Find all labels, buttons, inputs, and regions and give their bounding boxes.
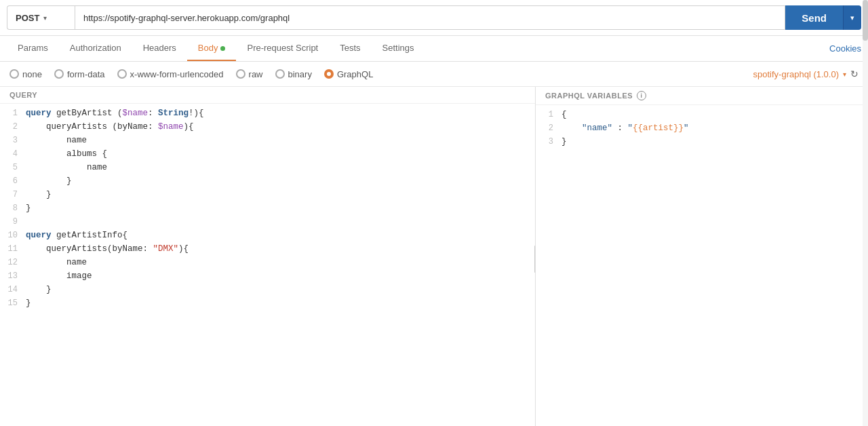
option-form-data[interactable]: form-data — [54, 69, 105, 79]
code-line-content: } — [26, 296, 531, 310]
tabs-bar: Params Authorization Headers Body Pre-re… — [0, 36, 868, 62]
table-row: 15} — [0, 296, 535, 310]
send-button-group: Send ▾ — [785, 5, 861, 30]
tab-body-label: Body — [198, 43, 218, 53]
graphql-label: GraphQL — [337, 69, 373, 79]
variables-line-content: { — [561, 108, 864, 121]
tab-prerequest[interactable]: Pre-request Script — [236, 36, 329, 61]
variables-info-icon[interactable]: i — [637, 91, 646, 100]
tab-body[interactable]: Body — [187, 36, 237, 61]
code-line-content: } — [26, 283, 531, 296]
table-row: 4 albums { — [0, 147, 535, 161]
variables-code-area[interactable]: 1{2 "name" : "{{artist}}"3} — [536, 105, 868, 426]
variables-panel-header: GRAPHQL VARIABLES i — [536, 87, 868, 105]
urlencoded-label: x-www-form-urlencoded — [130, 69, 224, 79]
binary-radio[interactable] — [275, 69, 285, 79]
raw-label: raw — [249, 69, 263, 79]
option-none[interactable]: none — [9, 69, 42, 79]
body-active-dot — [220, 46, 225, 51]
table-row: 14 } — [0, 283, 535, 296]
query-panel: QUERY 1query getByArtist ($name: String!… — [0, 87, 536, 426]
variables-line-content: "name" : "{{artist}}" — [561, 121, 864, 135]
graphql-radio[interactable] — [324, 69, 334, 79]
code-line-content: query getArtistInfo{ — [26, 229, 531, 242]
code-line-content: } — [26, 201, 531, 215]
code-line-content: albums { — [26, 147, 531, 161]
send-button[interactable]: Send — [785, 5, 843, 30]
code-line-content: queryArtists(byName: "DMX"){ — [26, 242, 531, 256]
code-line-content: name — [26, 256, 531, 269]
url-input[interactable] — [75, 5, 785, 30]
table-row: 12 name — [0, 256, 535, 269]
method-label: POST — [16, 13, 39, 23]
form-data-radio[interactable] — [54, 69, 64, 79]
raw-radio[interactable] — [236, 69, 245, 79]
option-raw[interactable]: raw — [236, 69, 263, 79]
panel-divider[interactable] — [532, 87, 536, 426]
query-header-label: QUERY — [9, 91, 37, 99]
code-line-content: image — [26, 269, 531, 283]
code-line-content: query getByArtist ($name: String!){ — [26, 106, 531, 120]
table-row: 1query getByArtist ($name: String!){ — [0, 106, 535, 120]
code-line-content: name — [26, 161, 531, 174]
tab-settings[interactable]: Settings — [372, 36, 425, 61]
table-row: 3 name — [0, 134, 535, 147]
table-row: 8} — [0, 201, 535, 215]
method-chevron-icon: ▾ — [43, 14, 47, 22]
variables-line-content: } — [561, 135, 864, 149]
query-panel-header: QUERY — [0, 87, 535, 104]
method-selector[interactable]: POST ▾ — [7, 5, 75, 30]
table-row: 5 name — [0, 161, 535, 174]
table-row: 13 image — [0, 269, 535, 283]
schema-chevron-icon[interactable]: ▾ — [843, 71, 846, 78]
refresh-icon[interactable]: ↻ — [850, 69, 859, 79]
binary-label: binary — [288, 69, 312, 79]
url-bar: POST ▾ Send ▾ — [0, 0, 868, 36]
none-label: none — [22, 69, 42, 79]
query-code-area[interactable]: 1query getByArtist ($name: String!){2 qu… — [0, 104, 535, 426]
option-urlencoded[interactable]: x-www-form-urlencoded — [117, 69, 224, 79]
option-binary[interactable]: binary — [275, 69, 312, 79]
variables-panel: GRAPHQL VARIABLES i 1{2 "name" : "{{arti… — [536, 87, 868, 426]
cookies-link[interactable]: Cookies — [829, 37, 861, 60]
option-graphql[interactable]: GraphQL — [324, 69, 373, 79]
send-dropdown-button[interactable]: ▾ — [843, 5, 861, 30]
table-row: 2 "name" : "{{artist}}" — [536, 121, 868, 135]
body-options-bar: none form-data x-www-form-urlencoded raw… — [0, 62, 868, 87]
code-line-content: } — [26, 188, 531, 201]
none-radio[interactable] — [9, 69, 19, 79]
table-row: 3} — [536, 135, 868, 149]
variables-header-label: GRAPHQL VARIABLES — [545, 92, 633, 100]
code-line-content: name — [26, 134, 531, 147]
code-line-content: queryArtists (byName: $name){ — [26, 120, 531, 134]
table-row: 2 queryArtists (byName: $name){ — [0, 120, 535, 134]
table-row: 7 } — [0, 188, 535, 201]
table-row: 10query getArtistInfo{ — [0, 229, 535, 242]
tab-tests[interactable]: Tests — [329, 36, 371, 61]
urlencoded-radio[interactable] — [117, 69, 127, 79]
schema-name[interactable]: spotify-graphql (1.0.0) — [753, 69, 839, 79]
table-row: 1{ — [536, 108, 868, 121]
table-row: 9 — [0, 215, 535, 229]
divider-line — [534, 246, 536, 273]
code-line-content: } — [26, 174, 531, 188]
form-data-label: form-data — [67, 69, 105, 79]
table-row: 11 queryArtists(byName: "DMX"){ — [0, 242, 535, 256]
tab-headers[interactable]: Headers — [132, 36, 187, 61]
schema-selector: spotify-graphql (1.0.0) ▾ ↻ — [753, 69, 859, 79]
main-content: QUERY 1query getByArtist ($name: String!… — [0, 87, 868, 426]
tab-params[interactable]: Params — [7, 36, 59, 61]
tab-authorization[interactable]: Authorization — [59, 36, 132, 61]
table-row: 6 } — [0, 174, 535, 188]
